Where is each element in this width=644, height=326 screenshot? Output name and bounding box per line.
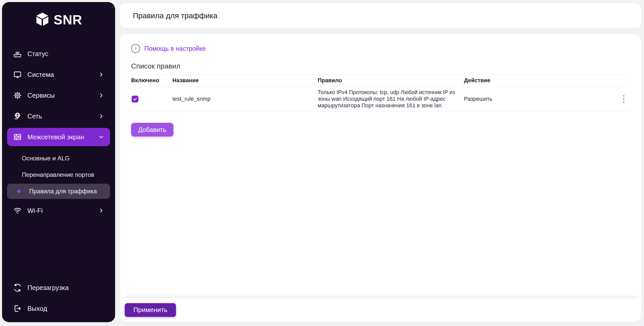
sidebar: SNR Статус [2,2,115,322]
column-header-name: Название [172,77,318,84]
cell-rule-description: Только IPv4 Протоколы: tcp, udp Любой ис… [318,89,464,109]
sidebar-item-status[interactable]: Статус [7,45,110,63]
sidebar-item-label: Выход [27,305,47,313]
rule-enabled-checkbox[interactable] [132,96,138,102]
submenu-item-traffic-rules[interactable]: Правила для траффика [7,184,110,199]
submenu-item-port-forwarding[interactable]: Перенаправление портов [7,167,110,182]
help-link-row[interactable]: i Помощь в настройке [131,44,206,53]
chevron-right-icon [98,208,104,213]
card-footer: Применить [120,298,641,322]
section-title: Список правил [131,62,631,70]
firewall-brick-wall-icon [13,133,22,141]
sidebar-item-wifi[interactable]: Wi-Fi [7,201,110,220]
sidebar-item-label: Перезагрузка [27,284,69,292]
row-kebab-menu-icon[interactable] [619,92,629,106]
monitor-icon [13,70,22,79]
table-row: test_rule_snmp Только IPv4 Протоколы: tc… [131,87,631,112]
active-dot-icon [17,173,21,177]
reboot-refresh-icon [13,283,22,292]
info-icon: i [131,44,140,53]
firewall-submenu: Основные и ALG Перенаправление портов Пр… [7,151,110,199]
chevron-right-icon [98,93,104,98]
column-header-enabled: Включено [131,77,172,84]
submenu-item-label: Перенаправление портов [22,171,94,178]
sidebar-item-reboot[interactable]: Перезагрузка [7,279,110,297]
sidebar-item-logout[interactable]: Выход [7,299,110,318]
gear-icon [13,91,22,100]
chevron-down-icon [98,134,104,140]
add-rule-button[interactable]: Добавить [131,123,173,136]
sidebar-item-system[interactable]: Система [7,65,110,84]
sidebar-item-label: Сервисы [27,92,55,99]
globe-network-icon [13,112,22,121]
app-screen: SNR Статус [0,0,644,326]
page-title: Правила для траффика [133,11,217,20]
sidebar-item-network[interactable]: Сеть [7,107,110,125]
column-header-rule: Правило [318,77,464,84]
sidebar-nav: Статус Система [7,45,110,220]
page-header: Правила для траффика [120,3,641,28]
sidebar-item-label: Система [27,71,54,79]
logout-icon [13,304,22,313]
rules-table-header: Включено Название Правило Действие [131,74,631,87]
chevron-right-icon [98,72,104,77]
rules-table: Включено Название Правило Действие test_… [131,74,631,112]
router-status-icon [13,49,22,58]
active-dot-icon [17,190,21,193]
apply-button[interactable]: Применить [125,303,176,317]
sidebar-item-label: Статус [27,50,48,58]
active-dot-icon [17,157,21,160]
brand-logo: SNR [7,11,110,29]
help-link-label: Помощь в настройке [144,45,206,52]
traffic-rules-content: i Помощь в настройке Список правил Включ… [120,34,641,298]
snr-cube-logo-icon [35,12,50,28]
sidebar-item-label: Сеть [27,112,42,120]
brand-logo-text: SNR [54,12,82,27]
traffic-rules-card: i Помощь в настройке Список правил Включ… [120,34,641,322]
sidebar-item-label: Wi-Fi [27,207,43,215]
cell-enabled [131,96,172,102]
sidebar-item-label: Межсетевой экран [27,133,84,141]
sidebar-item-services[interactable]: Сервисы [7,86,110,105]
cell-rule-action: Разрешить [464,96,617,102]
submenu-item-label: Правила для траффика [29,188,97,195]
sidebar-item-firewall[interactable]: Межсетевой экран [7,128,110,146]
submenu-item-basic-alg[interactable]: Основные и ALG [7,151,110,166]
wifi-icon [13,206,22,215]
submenu-item-label: Основные и ALG [22,155,70,162]
column-header-action: Действие [464,77,617,84]
sidebar-bottom: Перезагрузка Выход [7,279,110,318]
chevron-right-icon [98,113,104,119]
cell-rule-name: test_rule_snmp [172,96,318,102]
